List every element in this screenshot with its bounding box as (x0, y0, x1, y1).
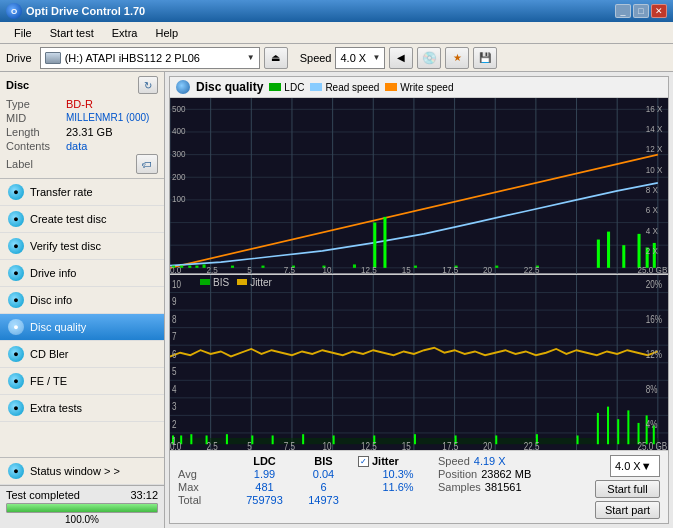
svg-text:10 X: 10 X (646, 164, 663, 175)
max-row: Max 481 6 (178, 481, 358, 493)
svg-rect-99 (333, 435, 335, 444)
menu-start-test[interactable]: Start test (42, 25, 102, 41)
label-button[interactable]: 🏷 (136, 154, 158, 174)
svg-text:0.0: 0.0 (170, 441, 181, 450)
bis-legend-label: BIS (213, 277, 229, 288)
svg-rect-38 (597, 240, 600, 268)
sidebar-item-extra-tests[interactable]: ● Extra tests (0, 395, 164, 422)
drive-dropdown-arrow: ▼ (247, 53, 255, 62)
titlebar: O Opti Drive Control 1.70 _ □ ✕ (0, 0, 673, 22)
toolbar-save-button[interactable]: 💾 (473, 47, 497, 69)
jitter-checkbox[interactable]: ✓ (358, 456, 369, 467)
main-layout: Disc ↻ Type BD-R MID MILLENMR1 (000) Len… (0, 72, 673, 528)
disc-mid-row: MID MILLENMR1 (000) (6, 112, 158, 124)
toolbar-star-button[interactable]: ★ (445, 47, 469, 69)
svg-text:400: 400 (172, 126, 186, 137)
extra-tests-icon: ● (8, 400, 24, 416)
menu-help[interactable]: Help (147, 25, 186, 41)
svg-rect-93 (190, 434, 192, 444)
jitter-legend-color (237, 279, 247, 285)
svg-text:15: 15 (402, 441, 411, 450)
toolbar-cd-button[interactable]: 💿 (417, 47, 441, 69)
progress-label: Test completed (6, 489, 80, 501)
sidebar-item-fe-te[interactable]: ● FE / TE (0, 368, 164, 395)
menu-file[interactable]: File (6, 25, 40, 41)
svg-rect-108 (617, 419, 619, 444)
sidebar-item-create-test-disc[interactable]: ● Create test disc (0, 206, 164, 233)
disc-refresh-button[interactable]: ↻ (138, 76, 158, 94)
close-button[interactable]: ✕ (651, 4, 667, 18)
disc-contents-row: Contents data (6, 140, 158, 152)
sidebar-item-disc-info[interactable]: ● Disc info (0, 287, 164, 314)
svg-text:4 X: 4 X (646, 225, 658, 236)
svg-text:3: 3 (172, 401, 177, 412)
svg-rect-107 (607, 406, 609, 444)
bottom-legend: BIS Jitter (200, 277, 272, 288)
minimize-button[interactable]: _ (615, 4, 631, 18)
verify-test-disc-label: Verify test disc (30, 240, 101, 252)
eject-button[interactable]: ⏏ (264, 47, 288, 69)
toolbar-back-button[interactable]: ◀ (389, 47, 413, 69)
drive-select[interactable]: (H:) ATAPI iHBS112 2 PL06 ▼ (40, 47, 260, 69)
svg-text:0.0: 0.0 (170, 265, 181, 273)
total-row: Total 759793 14973 (178, 494, 358, 506)
svg-text:2: 2 (172, 419, 177, 430)
svg-text:300: 300 (172, 148, 186, 159)
bottom-chart-svg: 10 9 8 7 6 5 4 3 2 1 20% 16% 12% (170, 275, 668, 451)
status-window-label: Status window > > (30, 465, 120, 477)
maximize-button[interactable]: □ (633, 4, 649, 18)
svg-text:25.0 GB: 25.0 GB (638, 441, 668, 450)
samples-label: Samples (438, 481, 481, 493)
disc-quality-label: Disc quality (30, 321, 86, 333)
write-speed-color (385, 83, 397, 91)
bottom-chart: BIS Jitter (170, 275, 668, 451)
disc-section: Disc ↻ Type BD-R MID MILLENMR1 (000) Len… (0, 72, 164, 179)
status-section: ● Status window > > Test completed 33:12… (0, 457, 164, 528)
length-label: Length (6, 126, 66, 138)
start-full-button[interactable]: Start full (595, 480, 660, 498)
charts-area: 500 400 300 200 100 16 X 14 X 12 X 10 X … (170, 98, 668, 450)
svg-text:16 X: 16 X (646, 103, 663, 114)
jitter-header: ✓ Jitter (358, 455, 438, 467)
top-chart: 500 400 300 200 100 16 X 14 X 12 X 10 X … (170, 98, 668, 275)
speed-select[interactable]: 4.0 X ▼ (335, 47, 385, 69)
svg-text:12 X: 12 X (646, 144, 663, 155)
speed-value: 4.0 X (340, 52, 366, 64)
transfer-rate-label: Transfer rate (30, 186, 93, 198)
menu-extra[interactable]: Extra (104, 25, 146, 41)
progress-fill (7, 504, 157, 512)
read-speed-color (310, 83, 322, 91)
ldc-label: LDC (284, 82, 304, 93)
sidebar-item-disc-quality[interactable]: ● Disc quality (0, 314, 164, 341)
chart-header: Disc quality LDC Read speed Write speed (170, 77, 668, 98)
jitter-col-header: Jitter (372, 455, 399, 467)
nav-items: ● Transfer rate ● Create test disc ● Ver… (0, 179, 164, 457)
start-part-button[interactable]: Start part (595, 501, 660, 519)
svg-text:12.5: 12.5 (361, 265, 377, 273)
sidebar-item-cd-bler[interactable]: ● CD Bler (0, 341, 164, 368)
drivebar: Drive (H:) ATAPI iHBS112 2 PL06 ▼ ⏏ Spee… (0, 44, 673, 72)
type-label: Type (6, 98, 66, 110)
sidebar-item-drive-info[interactable]: ● Drive info (0, 260, 164, 287)
max-bis: 6 (296, 481, 351, 493)
sidebar-item-transfer-rate[interactable]: ● Transfer rate (0, 179, 164, 206)
speed-selector-arrow: ▼ (641, 460, 652, 472)
svg-text:200: 200 (172, 171, 186, 182)
svg-text:20%: 20% (646, 278, 662, 289)
sidebar-item-verify-test-disc[interactable]: ● Verify test disc (0, 233, 164, 260)
disc-quality-icon: ● (8, 319, 24, 335)
samples-row: Samples 381561 (438, 481, 558, 493)
total-ldc: 759793 (237, 494, 292, 506)
svg-text:5: 5 (247, 265, 252, 273)
stats-speed: Speed 4.19 X Position 23862 MB Samples 3… (438, 455, 558, 493)
fe-te-icon: ● (8, 373, 24, 389)
speed-selector[interactable]: 4.0 X ▼ (610, 455, 660, 477)
svg-text:7: 7 (172, 331, 177, 342)
status-window-button[interactable]: ● Status window > > (0, 458, 164, 485)
speed-label: Speed (300, 52, 332, 64)
svg-text:6: 6 (172, 348, 177, 359)
svg-rect-0 (170, 98, 668, 274)
svg-text:15: 15 (402, 265, 411, 273)
drive-name: (H:) ATAPI iHBS112 2 PL06 (65, 52, 200, 64)
svg-text:10: 10 (322, 441, 331, 450)
